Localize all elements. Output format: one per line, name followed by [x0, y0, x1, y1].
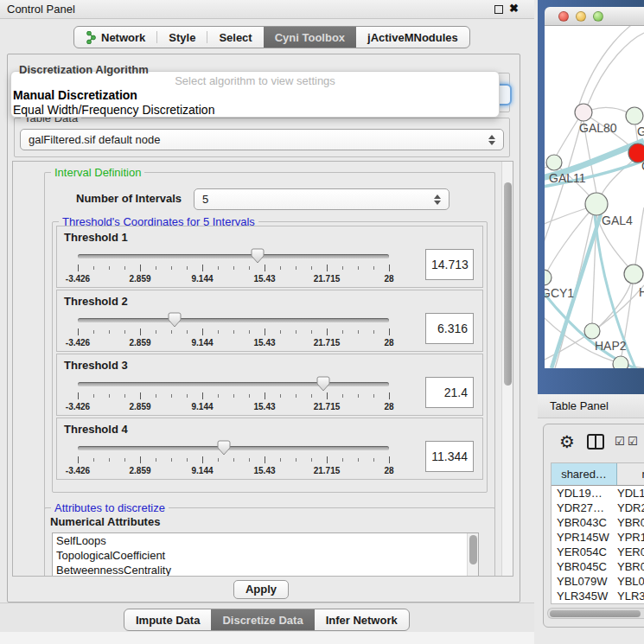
attribute-list-item[interactable]: TopologicalCoefficient [53, 548, 478, 563]
cell-name[interactable]: YIL0 [617, 603, 644, 604]
table-row[interactable]: YBR045CYBR0 [552, 559, 644, 574]
zoom-traffic-light-icon[interactable] [593, 11, 603, 22]
cell-shared-name[interactable]: YPR145W [552, 530, 617, 545]
slider-thumb-icon[interactable] [316, 376, 330, 392]
table-row[interactable]: YPR145WYPR1 [552, 530, 644, 545]
cell-shared-name[interactable]: YER054C [552, 545, 617, 559]
checkbox-icon[interactable]: ☑ [615, 435, 625, 448]
settings-vertical-scrollbar[interactable] [501, 162, 513, 576]
table-row[interactable]: YLR345WYLR3 [552, 589, 644, 603]
tab-network[interactable]: Network [74, 27, 156, 48]
threshold-2-value-field[interactable]: 6.316 [425, 313, 474, 344]
column-header-shared[interactable]: shared… [552, 463, 617, 485]
table-row[interactable]: YER054CYER0 [552, 545, 644, 559]
column-header-name[interactable]: na [617, 463, 644, 485]
threshold-2-slider[interactable]: -3.4262.8599.14415.4321.71528 [78, 313, 389, 351]
close-traffic-light-icon[interactable] [558, 11, 569, 22]
threshold-1-slider[interactable]: -3.4262.8599.14415.4321.71528 [78, 249, 389, 287]
algorithm-option-equal-width[interactable]: Equal Width/Frequency Discretization [11, 103, 499, 118]
settings-scrollbar-thumb[interactable] [504, 182, 512, 386]
attribute-list-item[interactable]: BetweennessCentrality [53, 563, 478, 577]
node-attribute-table[interactable]: shared… na YDL19…YDL1YDR27…YDR2YBR043CYB… [551, 462, 644, 604]
threshold-4-value-field[interactable]: 11.344 [425, 441, 474, 472]
tab-cyni-toolbox[interactable]: Cyni Toolbox [264, 27, 356, 48]
node-gcy1[interactable] [545, 270, 552, 285]
slider-thumb-icon[interactable] [217, 440, 231, 456]
tab-infer-network[interactable]: Infer Network [315, 609, 409, 630]
node-gal4[interactable] [585, 193, 608, 215]
slider-track[interactable] [78, 382, 389, 386]
table-data-combobox[interactable]: galFiltered.sif default node [20, 129, 504, 150]
cell-name[interactable]: YLR3 [617, 589, 644, 603]
threshold-3-label: Threshold 3 [64, 359, 128, 372]
node-hap2[interactable] [584, 323, 600, 339]
node-partial[interactable] [613, 356, 628, 368]
float-window-icon[interactable] [494, 5, 503, 14]
cell-name[interactable]: YPR1 [617, 530, 644, 545]
attributes-list-scrollbar[interactable] [467, 533, 478, 577]
threshold-4-slider[interactable]: -3.4262.8599.14415.4321.71528 [78, 441, 389, 479]
number-of-intervals-combobox[interactable]: 5 [194, 188, 450, 210]
node-label-hap2: HAP2 [595, 339, 627, 353]
tab-select[interactable]: Select [207, 27, 263, 48]
threshold-1-value-field[interactable]: 14.713 [425, 249, 474, 280]
network-window-titlebar[interactable] [545, 7, 644, 26]
cell-shared-name[interactable]: YBR043C [552, 515, 617, 530]
node-label-gcy1: GCY1 [545, 286, 574, 300]
cell-shared-name[interactable]: YDL19… [552, 486, 617, 501]
slider-track[interactable] [78, 254, 389, 258]
tab-discretize-data[interactable]: Discretize Data [211, 609, 314, 630]
tab-network-label: Network [101, 31, 145, 44]
attribute-list-item[interactable]: SelfLoops [53, 533, 478, 548]
table-panel-card: ⚙ ☑ ☑ shared… na YDL19…YDL1YDR27…YDR2YBR… [543, 424, 644, 628]
cell-shared-name[interactable]: YIL052C [552, 603, 617, 604]
split-columns-icon[interactable] [587, 434, 604, 450]
tab-jactivemnodules[interactable]: jActiveMNodules [356, 27, 469, 48]
cell-name[interactable]: YBL0 [617, 574, 644, 589]
gear-icon[interactable]: ⚙ [559, 431, 575, 452]
cell-name[interactable]: YBR0 [617, 559, 644, 574]
close-icon[interactable]: ✖ [509, 2, 519, 15]
table-row[interactable]: YDR27…YDR2 [552, 501, 644, 515]
hscrollbar-thumb[interactable] [550, 610, 641, 617]
cell-shared-name[interactable]: YBR045C [552, 559, 617, 574]
tab-select-label: Select [219, 31, 252, 44]
tab-impute-data[interactable]: Impute Data [124, 609, 211, 630]
cell-name[interactable]: YBR0 [617, 515, 644, 530]
table-row[interactable]: YBR043CYBR0 [552, 515, 644, 530]
numerical-attributes-list[interactable]: SelfLoopsTopologicalCoefficientBetweenne… [52, 532, 479, 577]
node-label-gal4: GAL4 [602, 214, 633, 227]
slider-thumb-icon[interactable] [251, 248, 265, 264]
network-canvas[interactable]: GAL80 GA C GAL11 GAL4 GCY1 H HAP2 [545, 26, 644, 368]
slider-track[interactable] [78, 318, 389, 322]
node-ga[interactable] [626, 107, 643, 124]
algorithm-option-manual[interactable]: Manual Discretization [11, 88, 499, 103]
node-h[interactable] [624, 265, 643, 284]
table-horizontal-scrollbar[interactable] [547, 608, 644, 619]
threshold-4-panel: Threshold 4 -3.4262.8599.14415.4321.7152… [56, 418, 483, 480]
slider-ticks [78, 265, 389, 272]
node-gal11[interactable] [546, 155, 562, 170]
node-label-h: H [639, 285, 644, 299]
slider-track[interactable] [78, 446, 389, 450]
table-row[interactable]: YBL079WYBL0 [552, 574, 644, 589]
minimize-traffic-light-icon[interactable] [576, 11, 586, 22]
node-gal80[interactable] [575, 104, 592, 121]
threshold-3-slider[interactable]: -3.4262.8599.14415.4321.71528 [78, 377, 389, 415]
table-row[interactable]: YIL052CYIL0 [552, 603, 644, 604]
slider-thumb-icon[interactable] [168, 312, 182, 328]
cell-name[interactable]: YDR2 [617, 501, 644, 515]
cell-name[interactable]: YER0 [617, 545, 644, 559]
table-row[interactable]: YDL19…YDL1 [552, 486, 644, 501]
checkbox-icon[interactable]: ☑ [628, 435, 638, 448]
cell-shared-name[interactable]: YBL079W [552, 574, 617, 589]
threshold-3-value-field[interactable]: 21.4 [425, 377, 474, 408]
cell-name[interactable]: YDL1 [617, 486, 644, 501]
cell-shared-name[interactable]: YDR27… [552, 501, 617, 515]
network-view-window[interactable]: GAL80 GA C GAL11 GAL4 GCY1 H HAP2 [538, 0, 644, 394]
threshold-2-label: Threshold 2 [64, 295, 128, 308]
threshold-4-label: Threshold 4 [64, 423, 128, 436]
cell-shared-name[interactable]: YLR345W [552, 589, 617, 603]
tab-style[interactable]: Style [157, 27, 207, 48]
apply-button[interactable]: Apply [233, 580, 289, 599]
